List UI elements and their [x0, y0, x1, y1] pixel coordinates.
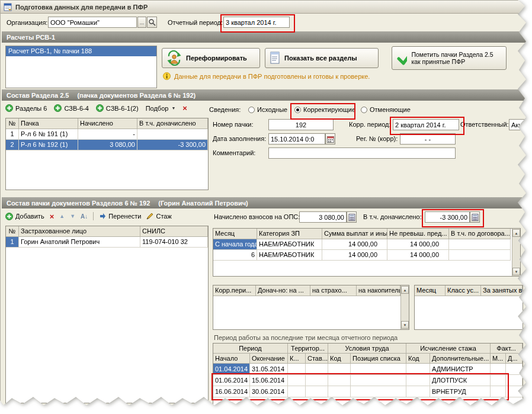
cell[interactable]: [449, 239, 511, 250]
cell[interactable]: 14 000,00: [387, 250, 449, 261]
scroll-down-button[interactable]: ▼: [512, 268, 520, 275]
cell[interactable]: [328, 386, 351, 397]
table-row[interactable]: 01.06.2014 15.06.2014 ДЛОТПУСК: [213, 375, 523, 386]
cell[interactable]: [288, 375, 306, 386]
cell[interactable]: [351, 386, 406, 397]
cell[interactable]: Горин Анатолий Петрович: [19, 237, 140, 248]
radio-ishodnye[interactable]: [248, 107, 255, 113]
scroll-up-button[interactable]: ▲: [512, 229, 520, 237]
scroll-down-button[interactable]: ▼: [401, 321, 409, 329]
radio-otmenyayushchie[interactable]: [361, 107, 367, 113]
cell[interactable]: НАЕМ/РАБОТНИК: [257, 250, 322, 261]
cell[interactable]: -: [78, 129, 137, 140]
reg-number-input[interactable]: [400, 133, 456, 145]
cell[interactable]: [506, 364, 523, 375]
cell[interactable]: [406, 364, 430, 375]
cell[interactable]: 14 000,00: [387, 239, 449, 250]
cell[interactable]: 1: [6, 237, 19, 248]
podbor-button[interactable]: Подбор ▼: [146, 105, 176, 112]
org-choose-button[interactable]: ...: [137, 17, 146, 28]
table-row-selected[interactable]: 2 Р-л 6 № 192 (1) 3 080,00 -3 300,00: [6, 140, 208, 150]
calendar-button[interactable]: [325, 133, 335, 145]
cell[interactable]: [406, 386, 430, 397]
payments-vertical-scrollbar[interactable]: ▲ ▼: [512, 229, 520, 276]
ops-accrued-input[interactable]: [299, 211, 347, 223]
report-period-input[interactable]: [223, 17, 290, 28]
cell[interactable]: [288, 364, 306, 375]
payments-table[interactable]: Месяц Категория ЗП Сумма выплат и иных..…: [213, 228, 521, 277]
table-row[interactable]: С начала года НАЕМ/РАБОТНИК 14 000,00 14…: [213, 239, 520, 250]
cell[interactable]: 119-074-010 32: [140, 237, 208, 248]
cell[interactable]: [328, 375, 351, 386]
sort-button[interactable]: А↓: [81, 213, 88, 220]
cell[interactable]: 14 000,00: [322, 250, 387, 261]
cell[interactable]: [137, 129, 208, 140]
cell[interactable]: 01.06.2014: [213, 375, 250, 386]
move-down-button[interactable]: ▼: [70, 214, 75, 219]
cell[interactable]: [306, 375, 328, 386]
transfer-button[interactable]: Перенести: [99, 213, 141, 220]
table-row[interactable]: 6 НАЕМ/РАБОТНИК 14 000,00 14 000,00: [213, 250, 520, 261]
radio-korrektiruyushchie[interactable]: [294, 107, 301, 113]
cell[interactable]: 31.05.2014: [250, 364, 288, 375]
correction-table[interactable]: Корр.пери... Донач-но: на ... на страхо.…: [213, 285, 409, 330]
cell[interactable]: 01.04.2014: [213, 364, 250, 375]
reform-button[interactable]: Переформировать: [162, 48, 260, 68]
cell[interactable]: АДМИНИСТР: [430, 364, 491, 375]
additional-calc-button[interactable]: [470, 211, 480, 223]
comment-input[interactable]: [268, 147, 456, 159]
cell[interactable]: [506, 375, 523, 386]
ops-calc-button[interactable]: [347, 211, 357, 223]
cell[interactable]: 2: [6, 140, 19, 150]
cell[interactable]: [306, 386, 328, 397]
cell[interactable]: [351, 375, 406, 386]
cell[interactable]: -3 300,00: [137, 140, 208, 150]
add-sections6-button[interactable]: Разделы 6: [5, 104, 47, 112]
org-input[interactable]: [48, 17, 137, 28]
cell[interactable]: 16.06.2014: [213, 386, 250, 397]
delete-person-button[interactable]: ×: [50, 213, 55, 220]
cell[interactable]: [491, 386, 506, 397]
cell[interactable]: ДЛОТПУСК: [430, 375, 491, 386]
cell[interactable]: [328, 364, 351, 375]
cell[interactable]: [306, 364, 328, 375]
korr-period-input[interactable]: [393, 119, 459, 130]
add-person-button[interactable]: Добавить: [5, 213, 44, 220]
work-class-table[interactable]: Месяц Класс ус... За занятых в...: [414, 285, 523, 330]
table-row[interactable]: 01.04.2014 31.05.2014 АДМИНИСТР: [213, 364, 523, 375]
cell[interactable]: 30.06.2014: [250, 386, 288, 397]
table-row-selected[interactable]: 1 Горин Анатолий Петрович 119-074-010 32: [6, 237, 208, 248]
add-szv612-button[interactable]: СЗВ-6-1(2): [96, 104, 139, 112]
org-search-button[interactable]: [147, 17, 157, 28]
move-up-button[interactable]: ▲: [59, 214, 65, 219]
stazh-button[interactable]: Стаж: [146, 213, 171, 220]
rsv-list[interactable]: Расчет РСВ-1, № пачки 188: [5, 46, 157, 88]
mark-accepted-button[interactable]: Пометить пачки Раздела 2.5 как принятые …: [392, 46, 507, 70]
cell[interactable]: ВРНЕТРУД: [430, 386, 491, 397]
work-periods-table[interactable]: Период Территор... Условия труда Исчисле…: [213, 343, 523, 408]
table-row[interactable]: 1 Р-л 6 № 191 (1) -: [6, 129, 208, 140]
cell[interactable]: [406, 375, 430, 386]
add-szv64-button[interactable]: СЗВ-6-4: [54, 104, 88, 112]
correction-vertical-scrollbar[interactable]: ▲ ▼: [400, 285, 409, 329]
persons-table[interactable]: № Застрахованное лицо СНИЛС 1 Горин Анат…: [5, 226, 209, 403]
cell[interactable]: Р-л 6 № 192 (1): [19, 140, 78, 150]
cell[interactable]: [449, 250, 511, 261]
cell[interactable]: [491, 364, 506, 375]
cell[interactable]: [351, 364, 406, 375]
cell[interactable]: 14 000,00: [322, 239, 387, 250]
packs-table[interactable]: № Пачка Начислено В т.ч. доначислено 1 Р…: [5, 118, 209, 190]
cell[interactable]: 6: [213, 250, 257, 261]
delete-pack-button[interactable]: ×: [182, 105, 187, 111]
cell[interactable]: С начала года: [213, 239, 257, 250]
cell[interactable]: [491, 375, 506, 386]
cell[interactable]: Р-л 6 № 191 (1): [19, 129, 78, 140]
cell[interactable]: 15.06.2014: [250, 375, 288, 386]
cell[interactable]: НАЕМ/РАБОТНИК: [257, 239, 322, 250]
pack-number-input[interactable]: [268, 119, 334, 130]
additional-accrued-input[interactable]: [425, 211, 470, 223]
fill-date-input[interactable]: [268, 133, 325, 145]
responsible-input[interactable]: [509, 119, 530, 130]
show-sections-button[interactable]: Показать все разделы: [265, 48, 379, 68]
table-row[interactable]: 16.06.2014 30.06.2014 ВРНЕТРУД: [213, 386, 523, 397]
